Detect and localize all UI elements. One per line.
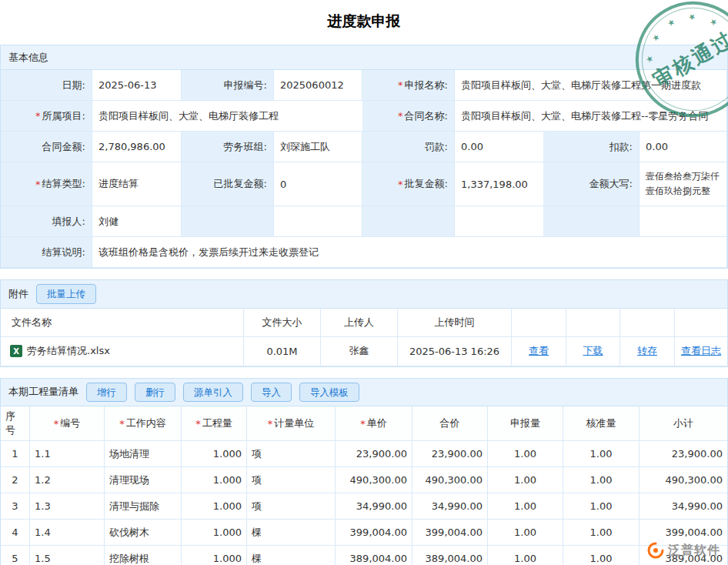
view-link[interactable]: 查看: [529, 344, 549, 358]
filler-value: 刘健: [92, 206, 182, 237]
boq-cell-price: 34,990.00: [336, 493, 412, 520]
boq-cell-declared: 1.00: [488, 493, 563, 520]
batch-upload-button[interactable]: 批量上传: [36, 284, 96, 304]
brand-watermark: 泛普软件: [647, 542, 720, 559]
boq-cell-unit: 项: [247, 493, 336, 520]
file-size-cell: 0.01M: [244, 337, 321, 366]
project-label: *所属项目:: [1, 101, 92, 132]
labor-team-value: 刘琛施工队: [274, 132, 362, 162]
download-cell: 下载: [566, 337, 620, 366]
approved-amount-value: 0: [274, 162, 362, 206]
attachments-title: 附件: [8, 287, 28, 301]
deduction-label: 扣款:: [543, 132, 640, 162]
boq-cell-unit: 项: [247, 467, 336, 493]
col-code-header: *编号: [30, 406, 105, 441]
download-link[interactable]: 下载: [583, 344, 603, 358]
required-mark: *: [398, 179, 403, 190]
boq-cell-code: 1.1: [30, 441, 105, 467]
upload-time-header: 上传时间: [398, 309, 512, 337]
col-no-header: 序号: [1, 406, 30, 441]
required-mark: *: [35, 110, 41, 122]
upload-time-cell: 2025-06-13 16:26: [398, 337, 512, 366]
boq-section: 本期工程量清单 增行 删行 源单引入 导入 导入模板 序号 *编号 *工作内容 …: [0, 378, 728, 565]
boq-cell-content: 清理现场: [105, 467, 182, 493]
boq-cell-declared: 1.00: [488, 467, 563, 493]
empty-label-cell: [182, 206, 274, 237]
attachments-header: 附件 批量上传: [1, 280, 727, 309]
boq-cell-unit: 棵: [247, 546, 336, 565]
boq-cell-no: 2: [1, 467, 30, 493]
deduction-value: 0.00: [640, 132, 727, 162]
reply-amount-label: *批复金额:: [362, 162, 455, 206]
save-as-link[interactable]: 转存: [637, 344, 657, 358]
boq-cell-no: 5: [1, 546, 30, 565]
boq-cell-quantity: 1.000: [182, 520, 247, 546]
basic-info-header: 基本信息: [1, 45, 727, 70]
filler-label: 填报人:: [1, 206, 92, 237]
required-mark: *: [360, 418, 366, 430]
col-unit-header: *计量单位: [247, 406, 336, 441]
boq-cell-declared: 1.00: [488, 520, 563, 546]
boq-cell-code: 1.5: [30, 546, 105, 565]
excel-file-icon: [10, 345, 22, 357]
save-as-cell: 转存: [620, 337, 675, 366]
penalty-label: 罚款:: [362, 132, 455, 162]
uploader-cell: 张鑫: [321, 337, 398, 366]
boq-cell-approved: 1.00: [563, 467, 640, 493]
boq-cell-content: 场地清理: [105, 441, 182, 467]
uploader-header: 上传人: [321, 309, 398, 337]
required-mark: *: [398, 110, 403, 122]
boq-cell-subtotal: 34,990.00: [640, 493, 727, 520]
boq-cell-content: 挖除树根: [105, 546, 182, 565]
file-name: 劳务结算情况.xlsx: [27, 344, 110, 358]
attachment-action-header: [620, 309, 675, 337]
boq-cell-subtotal: 490,300.00: [640, 467, 727, 493]
boq-cell-approved: 1.00: [563, 493, 640, 520]
col-total-header: 合价: [412, 406, 488, 441]
declare-no-label: 申报编号:: [182, 70, 274, 101]
amount-words-value: 壹佰叁拾叁万柒仟壹佰玖拾捌元整: [640, 162, 727, 206]
boq-cell-declared: 1.00: [488, 546, 563, 565]
declare-name-value: 贵阳项目样板间、大堂、电梯厅装修工程第一期进度款: [455, 70, 727, 101]
boq-cell-price: 389,004.00: [336, 546, 412, 565]
boq-cell-approved: 1.00: [563, 441, 640, 467]
date-value: 2025-06-13: [92, 70, 182, 101]
boq-cell-total: 389,004.00: [412, 546, 488, 565]
required-mark: *: [54, 418, 59, 430]
source-import-button[interactable]: 源单引入: [183, 383, 243, 403]
brand-swoosh-icon: [647, 542, 664, 559]
file-name-cell: 劳务结算情况.xlsx: [1, 337, 244, 366]
view-cell: 查看: [512, 337, 566, 366]
settle-type-value: 进度结算: [92, 162, 182, 206]
approved-amount-label: 已批复金额:: [182, 162, 274, 206]
empty-value-cell: [274, 206, 362, 237]
basic-info-section: 基本信息 日期: 2025-06-13 申报编号: 2025060012 *申报…: [0, 45, 728, 269]
add-row-button[interactable]: 增行: [86, 383, 127, 403]
penalty-value: 0.00: [455, 132, 543, 162]
boq-cell-quantity: 1.000: [182, 467, 247, 493]
import-template-button[interactable]: 导入模板: [299, 383, 359, 403]
boq-cell-approved: 1.00: [563, 546, 640, 565]
empty-label-cell: [362, 206, 455, 237]
amount-words-label: 金额大写:: [543, 162, 640, 206]
labor-team-label: 劳务班组:: [182, 132, 274, 162]
delete-row-button[interactable]: 删行: [135, 383, 175, 403]
attachments-table: 文件名称 文件大小 上传人 上传时间 劳务结算情况.xlsx 0.01M 张鑫 …: [1, 309, 727, 366]
col-declared-header: 申报量: [488, 406, 563, 441]
boq-cell-code: 1.4: [30, 520, 105, 546]
boq-cell-quantity: 1.000: [182, 441, 247, 467]
boq-cell-price: 23,900.00: [336, 441, 412, 467]
basic-info-grid: 日期: 2025-06-13 申报编号: 2025060012 *申报名称: 贵…: [1, 70, 727, 268]
boq-cell-no: 4: [1, 520, 30, 546]
col-approved-header: 核准量: [563, 406, 640, 441]
view-log-link[interactable]: 查看日志: [681, 344, 721, 358]
import-button[interactable]: 导入: [251, 383, 292, 403]
boq-cell-content: 砍伐树木: [105, 520, 182, 546]
settle-type-label: *结算类型:: [1, 162, 92, 206]
brand-name: 泛普软件: [668, 543, 720, 559]
col-content-header: *工作内容: [105, 406, 182, 441]
basic-info-title: 基本信息: [8, 51, 48, 65]
boq-cell-code: 1.3: [30, 493, 105, 520]
project-value: 贵阳项目样板间、大堂、电梯厅装修工程: [92, 101, 362, 132]
declare-no-value: 2025060012: [274, 70, 362, 101]
